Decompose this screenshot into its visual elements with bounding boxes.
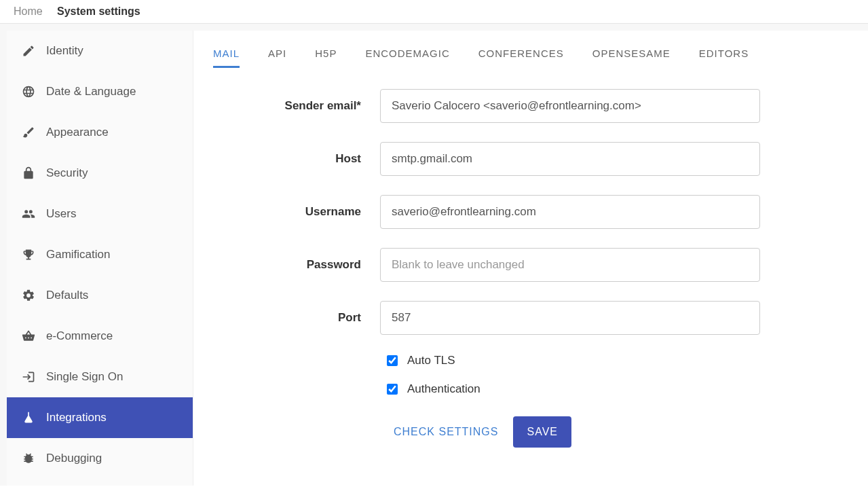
- breadcrumb-current: System settings: [57, 5, 140, 17]
- signin-icon: [19, 370, 38, 384]
- edit-icon: [19, 44, 38, 58]
- breadcrumb: Home System settings: [0, 0, 868, 24]
- sidebar-item-label: Date & Language: [46, 85, 136, 98]
- host-input[interactable]: [380, 142, 760, 176]
- sidebar-item-label: e-Commerce: [46, 329, 113, 343]
- sidebar-item-label: Integrations: [46, 411, 107, 424]
- sidebar-item-label: Defaults: [46, 289, 88, 302]
- tabs: MAIL API H5P ENCODEMAGIC CONFERENCES OPE…: [210, 41, 861, 69]
- sender-email-input[interactable]: [380, 89, 760, 123]
- tab-mail[interactable]: MAIL: [213, 41, 240, 68]
- sidebar-item-label: Security: [46, 166, 88, 180]
- sidebar-item-appearance[interactable]: Appearance: [7, 112, 193, 153]
- sidebar-item-label: Users: [46, 207, 76, 221]
- bug-icon: [19, 452, 38, 465]
- sidebar-item-ecommerce[interactable]: e-Commerce: [7, 316, 193, 357]
- users-icon: [19, 207, 38, 221]
- sidebar-item-identity[interactable]: Identity: [7, 31, 193, 71]
- sidebar-item-security[interactable]: Security: [7, 153, 193, 194]
- save-button[interactable]: SAVE: [513, 416, 571, 448]
- tab-encodemagic[interactable]: ENCODEMAGIC: [365, 41, 449, 68]
- authentication-checkbox[interactable]: [387, 384, 398, 395]
- password-label: Password: [210, 258, 380, 272]
- sidebar: Identity Date & Language Appearance Secu…: [7, 31, 193, 486]
- tab-api[interactable]: API: [268, 41, 286, 68]
- sidebar-item-users[interactable]: Users: [7, 194, 193, 234]
- globe-icon: [19, 85, 38, 98]
- sidebar-item-sso[interactable]: Single Sign On: [7, 357, 193, 397]
- sidebar-item-label: Gamification: [46, 248, 110, 261]
- tab-conferences[interactable]: CONFERENCES: [478, 41, 564, 68]
- flask-icon: [19, 411, 38, 424]
- username-label: Username: [210, 205, 380, 219]
- sidebar-item-label: Single Sign On: [46, 370, 123, 384]
- username-input[interactable]: [380, 195, 760, 229]
- sidebar-item-integrations[interactable]: Integrations: [7, 397, 193, 438]
- port-input[interactable]: [380, 301, 760, 335]
- tab-h5p[interactable]: H5P: [315, 41, 337, 68]
- host-label: Host: [210, 152, 380, 166]
- sidebar-item-defaults[interactable]: Defaults: [7, 275, 193, 316]
- sidebar-item-label: Debugging: [46, 452, 102, 465]
- main-content: MAIL API H5P ENCODEMAGIC CONFERENCES OPE…: [193, 31, 868, 486]
- tab-editors[interactable]: EDITORS: [699, 41, 749, 68]
- gears-icon: [19, 289, 38, 302]
- tab-opensesame[interactable]: OPENSESAME: [592, 41, 671, 68]
- lock-icon: [19, 166, 38, 180]
- sidebar-item-debugging[interactable]: Debugging: [7, 438, 193, 479]
- sidebar-item-label: Identity: [46, 44, 83, 58]
- sidebar-item-label: Appearance: [46, 126, 109, 139]
- trophy-icon: [19, 248, 38, 261]
- port-label: Port: [210, 311, 380, 325]
- sender-email-label: Sender email*: [210, 99, 380, 113]
- check-settings-button[interactable]: CHECK SETTINGS: [387, 416, 505, 448]
- password-input[interactable]: [380, 248, 760, 282]
- sidebar-item-date-language[interactable]: Date & Language: [7, 71, 193, 112]
- basket-icon: [19, 329, 38, 343]
- auto-tls-checkbox[interactable]: [387, 355, 398, 366]
- authentication-label: Authentication: [407, 382, 480, 396]
- sidebar-item-gamification[interactable]: Gamification: [7, 234, 193, 275]
- brush-icon: [19, 126, 38, 139]
- auto-tls-label: Auto TLS: [407, 354, 455, 367]
- breadcrumb-home[interactable]: Home: [14, 5, 43, 17]
